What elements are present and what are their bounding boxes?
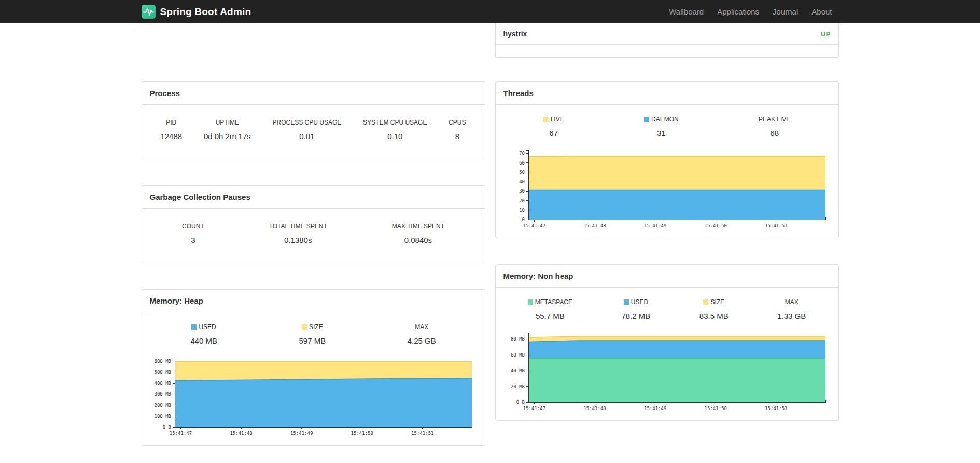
gc-panel-title: Garbage Collection Pauses	[142, 186, 485, 209]
threads-legend: LIVE 67 DAEMON 31	[503, 113, 831, 139]
svg-text:15:41:48: 15:41:48	[583, 223, 606, 228]
svg-text:60 MB: 60 MB	[510, 352, 524, 358]
health-row-hystrix: hystrix UP	[496, 23, 838, 45]
nav-links: Wallboard Applications Journal About	[662, 0, 838, 23]
svg-text:0 B: 0 B	[162, 425, 171, 430]
brand-link[interactable]: Spring Boot Admin	[142, 5, 251, 19]
svg-text:200 MB: 200 MB	[154, 403, 171, 408]
svg-text:300 MB: 300 MB	[154, 391, 171, 397]
brand-title: Spring Boot Admin	[160, 6, 251, 18]
gc-panel: Garbage Collection Pauses COUNT 3 TOTAL …	[142, 185, 485, 263]
threads-chart: 01020304050607015:41:4715:41:4815:41:491…	[503, 147, 831, 230]
heap-panel-title: Memory: Heap	[142, 290, 485, 312]
health-panel: hystrix UP	[495, 23, 839, 58]
svg-text:20 MB: 20 MB	[510, 384, 524, 389]
svg-text:15:41:51: 15:41:51	[765, 223, 787, 228]
gc-metrics: COUNT 3 TOTAL TIME SPENT 0.1380s MAX TIM…	[150, 216, 477, 255]
metric-gc-count: COUNT 3	[182, 223, 204, 244]
nav-link-wallboard[interactable]: Wallboard	[662, 0, 710, 23]
nonheap-memory-panel: Memory: Non heap METASPACE 55.7 MB	[495, 264, 839, 421]
nav-link-applications[interactable]: Applications	[710, 0, 766, 23]
health-indicator-name: hystrix	[503, 30, 527, 38]
nav-link-journal[interactable]: Journal	[766, 0, 805, 23]
heap-size-swatch-icon	[302, 324, 307, 330]
legend-heap-size: SIZE 597 MB	[299, 323, 326, 345]
heap-legend: USED 440 MB SIZE 597 MB	[150, 320, 477, 346]
legend-nonheap-max: MAX 1.33 GB	[777, 298, 806, 320]
process-metrics: PID 12488 UPTIME 0d 0h 2m 17s PROCESS CP…	[150, 113, 477, 151]
threads-daemon-swatch-icon	[644, 117, 649, 122]
legend-heap-used: USED 440 MB	[190, 323, 217, 345]
nonheap-legend: METASPACE 55.7 MB USED 78.2 MB	[503, 295, 831, 321]
metric-gc-total-time: TOTAL TIME SPENT 0.1380s	[269, 223, 327, 244]
heap-memory-chart: 0 B100 MB200 MB300 MB400 MB500 MB600 MB1…	[150, 355, 477, 438]
svg-text:15:41:48: 15:41:48	[583, 406, 606, 411]
svg-text:15:41:49: 15:41:49	[290, 431, 312, 436]
metric-pid: PID 12488	[160, 119, 182, 141]
metric-gc-max-time: MAX TIME SPENT 0.0840s	[392, 223, 444, 244]
threads-panel-title: Threads	[496, 82, 838, 105]
metric-system-cpu-usage: SYSTEM CPU USAGE 0.10	[363, 119, 427, 141]
svg-text:0: 0	[522, 217, 524, 222]
svg-text:40 MB: 40 MB	[510, 368, 524, 373]
svg-text:15:41:50: 15:41:50	[351, 431, 373, 436]
svg-text:15:41:51: 15:41:51	[765, 406, 787, 411]
health-panel-spacer	[496, 45, 838, 57]
svg-text:500 MB: 500 MB	[154, 370, 171, 375]
svg-text:80 MB: 80 MB	[510, 336, 524, 342]
legend-nonheap-size: SIZE 83.5 MB	[699, 298, 729, 320]
metric-process-cpu-usage: PROCESS CPU USAGE 0.01	[273, 119, 342, 141]
threads-live-swatch-icon	[543, 117, 549, 122]
svg-text:15:41:49: 15:41:49	[643, 406, 666, 411]
svg-text:50: 50	[519, 170, 525, 175]
svg-text:15:41:47: 15:41:47	[523, 406, 545, 411]
left-column: Process PID 12488 UPTIME 0d 0h 2m 17s	[142, 23, 485, 463]
svg-text:10: 10	[519, 208, 525, 213]
svg-text:30: 30	[519, 188, 525, 194]
nonheap-size-swatch-icon	[703, 299, 708, 305]
status-badge: UP	[821, 30, 831, 38]
nonheap-metaspace-swatch-icon	[528, 299, 533, 305]
svg-text:15:41:50: 15:41:50	[704, 406, 726, 411]
legend-threads-daemon: DAEMON 31	[644, 116, 679, 138]
heap-used-swatch-icon	[191, 324, 197, 330]
svg-text:100 MB: 100 MB	[154, 414, 171, 419]
process-panel-title: Process	[142, 82, 485, 105]
heap-memory-panel: Memory: Heap USED 440 MB	[142, 289, 485, 446]
svg-text:15:41:47: 15:41:47	[169, 431, 191, 436]
threads-panel: Threads LIVE 67	[495, 81, 839, 238]
svg-text:15:41:48: 15:41:48	[230, 431, 252, 436]
svg-text:40: 40	[519, 179, 525, 184]
legend-threads-live: LIVE 67	[543, 116, 564, 138]
page: Spring Boot Admin Wallboard Applications…	[0, 0, 980, 463]
svg-text:400 MB: 400 MB	[154, 380, 171, 386]
svg-text:0 B: 0 B	[516, 400, 524, 405]
svg-text:15:41:51: 15:41:51	[411, 431, 433, 436]
nonheap-panel-title: Memory: Non heap	[496, 265, 838, 288]
legend-nonheap-metaspace: METASPACE 55.7 MB	[528, 298, 572, 320]
nonheap-used-swatch-icon	[624, 299, 629, 305]
svg-text:70: 70	[519, 151, 525, 156]
svg-text:600 MB: 600 MB	[154, 359, 171, 364]
metric-cpus: CPUS 8	[449, 119, 466, 141]
svg-text:15:41:47: 15:41:47	[523, 223, 545, 228]
legend-heap-max: MAX 4.25 GB	[408, 323, 436, 345]
process-panel: Process PID 12488 UPTIME 0d 0h 2m 17s	[142, 81, 485, 159]
spring-boot-admin-logo-icon	[142, 5, 156, 19]
navbar: Spring Boot Admin Wallboard Applications…	[0, 0, 980, 23]
svg-text:15:41:50: 15:41:50	[704, 223, 726, 228]
metric-uptime: UPTIME 0d 0h 2m 17s	[204, 119, 251, 141]
nonheap-memory-chart: 0 B20 MB40 MB60 MB80 MB15:41:4715:41:481…	[503, 330, 831, 413]
right-column: hystrix UP Threads LIVE	[495, 23, 839, 447]
svg-text:20: 20	[519, 198, 525, 203]
legend-threads-peak-live: PEAK LIVE 68	[759, 116, 790, 138]
svg-text:60: 60	[519, 160, 525, 166]
svg-text:15:41:49: 15:41:49	[643, 223, 666, 228]
legend-nonheap-used: USED 78.2 MB	[621, 298, 650, 320]
nav-link-about[interactable]: About	[805, 0, 838, 23]
